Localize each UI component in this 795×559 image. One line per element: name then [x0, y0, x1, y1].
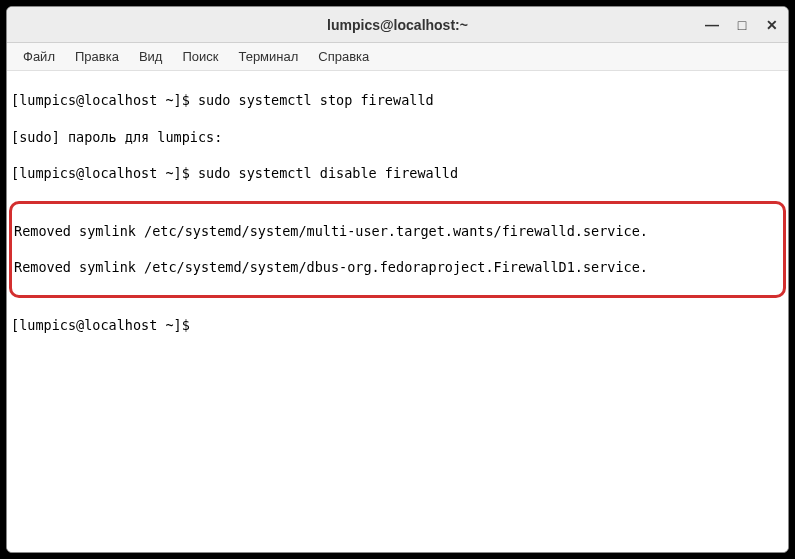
terminal-line: Removed symlink /etc/systemd/system/dbus…: [14, 258, 781, 276]
menu-file[interactable]: Файл: [13, 45, 65, 68]
minimize-button[interactable]: —: [704, 17, 720, 33]
terminal-line: [sudo] пароль для lumpics:: [11, 128, 784, 146]
menu-view[interactable]: Вид: [129, 45, 173, 68]
close-button[interactable]: ✕: [764, 17, 780, 33]
terminal-line: Removed symlink /etc/systemd/system/mult…: [14, 222, 781, 240]
highlight-box: Removed symlink /etc/systemd/system/mult…: [9, 201, 786, 298]
menu-help[interactable]: Справка: [308, 45, 379, 68]
titlebar: lumpics@localhost:~ — □ ✕: [7, 7, 788, 43]
window-controls: — □ ✕: [704, 17, 780, 33]
maximize-button[interactable]: □: [734, 17, 750, 33]
menu-edit[interactable]: Правка: [65, 45, 129, 68]
terminal-line: [lumpics@localhost ~]$: [11, 316, 784, 334]
terminal-body[interactable]: [lumpics@localhost ~]$ sudo systemctl st…: [7, 71, 788, 552]
menubar: Файл Правка Вид Поиск Терминал Справка: [7, 43, 788, 71]
window-title: lumpics@localhost:~: [327, 17, 468, 33]
terminal-line: [lumpics@localhost ~]$ sudo systemctl st…: [11, 91, 784, 109]
menu-search[interactable]: Поиск: [172, 45, 228, 68]
menu-terminal[interactable]: Терминал: [228, 45, 308, 68]
terminal-window: lumpics@localhost:~ — □ ✕ Файл Правка Ви…: [6, 6, 789, 553]
terminal-line: [lumpics@localhost ~]$ sudo systemctl di…: [11, 164, 784, 182]
